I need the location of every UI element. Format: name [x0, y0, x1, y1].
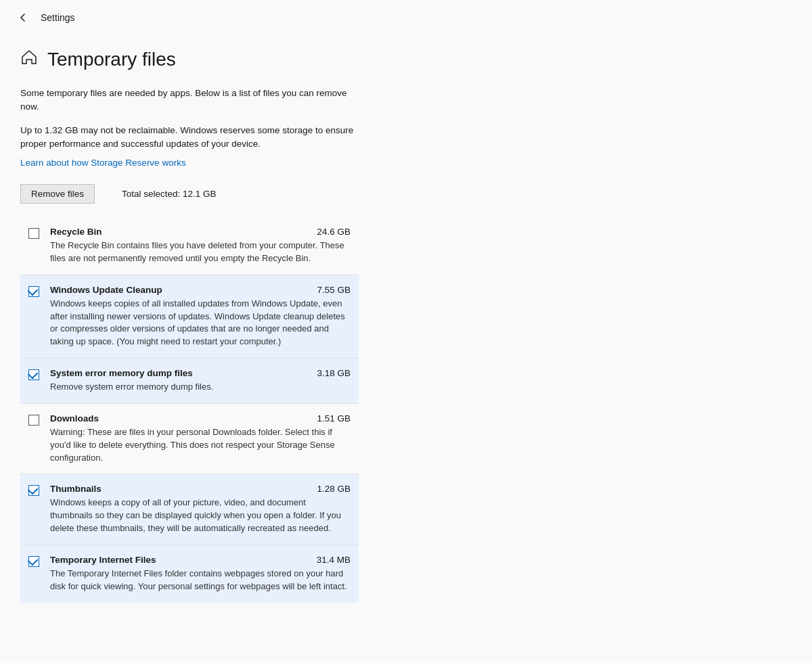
file-size: 1.51 GB [317, 413, 351, 424]
file-checkbox[interactable] [28, 286, 39, 297]
file-info: Temporary Internet Files31.4 MBThe Tempo… [50, 555, 351, 593]
file-item: Temporary Internet Files31.4 MBThe Tempo… [20, 545, 359, 603]
file-checkbox-wrap [28, 369, 39, 380]
file-name: Thumbnails [50, 484, 102, 494]
file-name-row: Recycle Bin24.6 GB [50, 227, 351, 237]
file-checkbox-wrap [28, 286, 39, 297]
page-title-row: Temporary files [20, 49, 359, 70]
home-icon [20, 49, 38, 70]
learn-more-link[interactable]: Learn about how Storage Reserve works [20, 158, 359, 168]
file-name-row: System error memory dump files3.18 GB [50, 368, 351, 378]
actions-row: Remove files Total selected: 12.1 GB [20, 184, 359, 204]
file-item: Thumbnails1.28 GBWindows keeps a copy of… [20, 474, 359, 545]
file-info: Thumbnails1.28 GBWindows keeps a copy of… [50, 484, 351, 535]
file-name-row: Downloads1.51 GB [50, 413, 351, 424]
file-checkbox[interactable] [28, 485, 39, 496]
file-info: System error memory dump files3.18 GBRem… [50, 368, 351, 394]
file-item: Recycle Bin24.6 GBThe Recycle Bin contai… [20, 217, 359, 275]
file-info: Downloads1.51 GBWarning: These are files… [50, 413, 351, 465]
file-info: Recycle Bin24.6 GBThe Recycle Bin contai… [50, 227, 351, 265]
file-description: Remove system error memory dump files. [50, 381, 351, 394]
file-checkbox[interactable] [28, 556, 39, 567]
file-checkbox-wrap [28, 485, 39, 496]
page-description: Some temporary files are needed by apps.… [20, 87, 359, 114]
file-checkbox-wrap [28, 556, 39, 567]
file-list: Recycle Bin24.6 GBThe Recycle Bin contai… [20, 217, 359, 603]
file-name: Temporary Internet Files [50, 555, 156, 565]
file-item: Windows Update Cleanup7.55 GBWindows kee… [20, 275, 359, 359]
file-name-row: Temporary Internet Files31.4 MB [50, 555, 351, 565]
file-size: 1.28 GB [317, 484, 351, 494]
back-arrow-icon [16, 11, 30, 24]
file-size: 7.55 GB [317, 285, 351, 295]
header: Settings [0, 0, 812, 35]
file-description: Windows keeps a copy of all of your pict… [50, 497, 351, 535]
file-checkbox[interactable] [28, 369, 39, 380]
remove-files-button[interactable]: Remove files [20, 184, 95, 204]
file-size: 3.18 GB [317, 368, 351, 378]
settings-label: Settings [41, 12, 75, 23]
file-description: The Temporary Internet Files folder cont… [50, 568, 351, 593]
file-name: Recycle Bin [50, 227, 102, 237]
file-size: 31.4 MB [317, 555, 351, 565]
file-name: Windows Update Cleanup [50, 285, 162, 295]
file-name: Downloads [50, 413, 99, 424]
file-checkbox-wrap [28, 415, 39, 426]
file-checkbox[interactable] [28, 415, 39, 426]
file-checkbox[interactable] [28, 228, 39, 239]
back-button[interactable] [14, 8, 32, 27]
file-description: Windows keeps copies of all installed up… [50, 298, 351, 348]
main-content: Temporary files Some temporary files are… [0, 35, 379, 623]
file-description: Warning: These are files in your persona… [50, 426, 351, 465]
file-name-row: Thumbnails1.28 GB [50, 484, 351, 494]
file-size: 24.6 GB [317, 227, 351, 237]
file-name-row: Windows Update Cleanup7.55 GB [50, 285, 351, 295]
file-item: System error memory dump files3.18 GBRem… [20, 359, 359, 404]
page-title: Temporary files [47, 49, 176, 70]
file-info: Windows Update Cleanup7.55 GBWindows kee… [50, 285, 351, 348]
file-description: The Recycle Bin contains files you have … [50, 239, 351, 265]
file-item: Downloads1.51 GBWarning: These are files… [20, 404, 359, 475]
total-selected-label: Total selected: 12.1 GB [122, 189, 217, 199]
file-name: System error memory dump files [50, 368, 193, 378]
file-checkbox-wrap [28, 228, 39, 239]
storage-reserve-note: Up to 1.32 GB may not be reclaimable. Wi… [20, 124, 359, 152]
